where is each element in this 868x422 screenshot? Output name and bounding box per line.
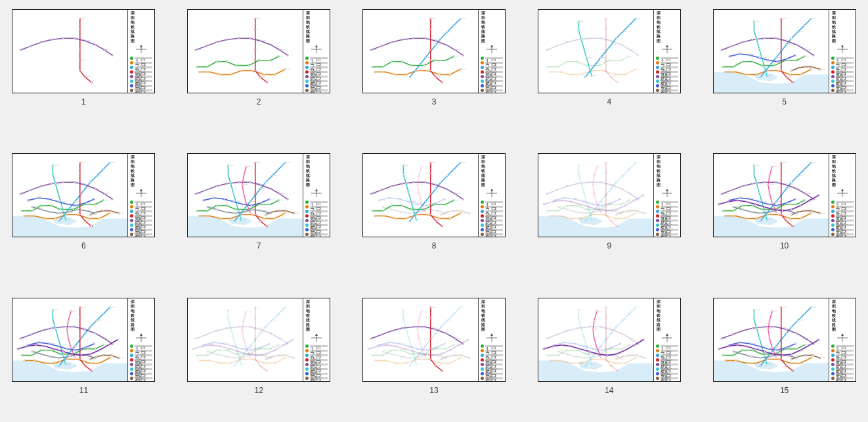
- station-label-stub: [257, 162, 261, 163]
- thumbnail[interactable]: 深 圳 地 铁 线 路 图1号线2号线3号线4号线5号线6号线7号线8号线9号线…: [362, 153, 506, 237]
- legend-item-label: 8号线: [836, 89, 854, 91]
- legend-item: 7号线: [831, 227, 854, 231]
- legend-swatch-icon: [831, 223, 835, 227]
- station-label-stub: [33, 350, 37, 351]
- legend-swatch-icon: [831, 70, 835, 74]
- thumbnail[interactable]: 深 圳 地 铁 线 路 图1号线2号线3号线4号线5号线6号线7号线8号线9号线…: [362, 298, 506, 382]
- legend-swatch-icon: [656, 205, 659, 208]
- legend-swatch-icon: [656, 367, 659, 371]
- station-marker-icon: [598, 64, 600, 66]
- station-label-stub: [227, 212, 231, 212]
- thumbnail[interactable]: 深 圳 地 铁 线 路 图1号线2号线3号线4号线5号线6号线7号线8号线9号线…: [187, 153, 330, 237]
- water-shape: [188, 216, 303, 237]
- station-label-stub: [218, 41, 222, 42]
- legend-item-label: 8号线: [836, 377, 854, 379]
- station-marker-icon: [453, 200, 455, 202]
- station-label-stub: [782, 183, 786, 184]
- station-marker-icon: [731, 334, 733, 336]
- legend-item: 2号线: [130, 204, 152, 208]
- station-marker-icon: [206, 334, 207, 336]
- thumbnail[interactable]: 深 圳 地 铁 线 路 图1号线2号线3号线4号线5号线6号线7号线8号线9号线…: [187, 298, 330, 382]
- station-label-stub: [432, 306, 436, 307]
- thumbnail[interactable]: 深 圳 地 铁 线 路 图1号线2号线3号线4号线5号线6号线7号线8号线9号线…: [362, 9, 506, 93]
- station-marker-icon: [216, 330, 218, 332]
- station-label-stub: [462, 18, 466, 19]
- station-marker-icon: [279, 193, 281, 195]
- station-label-stub: [432, 60, 436, 60]
- legend-swatch-icon: [656, 57, 659, 60]
- legend-swatch-icon: [481, 200, 484, 204]
- legend-item: 9号线: [130, 381, 152, 382]
- station-label-stub: [388, 344, 392, 345]
- metro-line: [80, 19, 92, 82]
- station-marker-icon: [240, 363, 242, 365]
- station-label-stub: [376, 216, 380, 216]
- station-marker-icon: [584, 76, 586, 78]
- thumbnail[interactable]: 深 圳 地 铁 线 路 图1号线2号线3号线4号线5号线6号线7号线8号线9号线…: [713, 298, 856, 382]
- thumbnail[interactable]: 深 圳 地 铁 线 路 图1号线2号线3号线4号线5号线6号线7号线8号线9号线…: [538, 9, 681, 93]
- station-label-stub: [393, 349, 397, 350]
- thumbnail[interactable]: 深 圳 地 铁 线 路 图1号线2号线3号线4号线5号线6号线7号线8号线9号线…: [713, 153, 856, 237]
- station-marker-icon: [791, 209, 792, 211]
- station-label-stub: [576, 199, 580, 199]
- station-marker-icon: [425, 57, 427, 59]
- station-marker-icon: [405, 362, 407, 364]
- station-marker-icon: [95, 348, 97, 350]
- thumbnail[interactable]: 深 圳 地 铁 线 路 图1号线2号线3号线4号线5号线6号线7号线8号线9号线…: [12, 298, 155, 382]
- station-label-stub: [201, 360, 205, 360]
- station-marker-icon: [382, 66, 384, 68]
- legend-item: 3号线: [130, 209, 152, 213]
- legend-item: 8号线: [305, 377, 328, 381]
- station-marker-icon: [792, 82, 794, 83]
- station-label-stub: [456, 49, 460, 50]
- thumbnail[interactable]: 深 圳 地 铁 线 路 图1号线2号线3号线4号线5号线6号线7号线8号线9号线…: [538, 298, 681, 382]
- station-marker-icon: [429, 317, 431, 319]
- legend-swatch-icon: [130, 349, 133, 352]
- legend-item-label: 7号线: [836, 373, 854, 375]
- thumbnail-cell: 深 圳 地 铁 线 路 图1号线2号线3号线4号线5号线6号线7号线8号线9号线…: [361, 153, 508, 271]
- station-label-stub: [226, 343, 230, 344]
- station-marker-icon: [435, 365, 437, 367]
- station-marker-icon: [230, 327, 232, 329]
- station-label-stub: [213, 344, 217, 345]
- station-label-stub: [231, 348, 235, 348]
- thumbnail[interactable]: 深 圳 地 铁 线 路 图1号线2号线3号线4号线5号线6号线7号线8号线9号线…: [12, 9, 155, 93]
- station-marker-icon: [41, 330, 43, 332]
- station-label-stub: [616, 74, 620, 74]
- thumbnail[interactable]: 深 圳 地 铁 线 路 图1号线2号线3号线4号线5号线6号线7号线8号线9号线…: [538, 153, 681, 237]
- station-label-stub: [237, 346, 241, 346]
- station-label-stub: [763, 57, 767, 58]
- station-marker-icon: [454, 337, 456, 339]
- station-marker-icon: [594, 356, 596, 358]
- thumbnail[interactable]: 深 圳 地 铁 线 路 图1号线2号线3号线4号线5号线6号线7号线8号线9号线…: [187, 9, 330, 93]
- station-marker-icon: [429, 18, 431, 20]
- station-marker-icon: [38, 341, 40, 343]
- metro-line: [546, 38, 638, 55]
- legend-item-label: 7号线: [661, 373, 678, 375]
- station-marker-icon: [785, 188, 787, 190]
- station-label-stub: [87, 185, 91, 185]
- station-marker-icon: [462, 199, 464, 200]
- legend-item-label: 8号线: [485, 89, 503, 91]
- station-marker-icon: [421, 202, 423, 204]
- thumbnail[interactable]: 深 圳 地 铁 线 路 图1号线2号线3号线4号线5号线6号线7号线8号线9号线…: [12, 153, 155, 237]
- station-label-stub: [471, 357, 475, 358]
- legend-item: 3号线: [831, 354, 854, 358]
- thumbnail[interactable]: 深 圳 地 铁 线 路 图1号线2号线3号线4号线5号线6号线7号线8号线9号线…: [713, 9, 856, 93]
- legend-item: 6号线: [130, 367, 152, 371]
- legend-swatch-icon: [481, 358, 484, 362]
- station-label-stub: [218, 349, 222, 350]
- station-marker-icon: [77, 209, 79, 211]
- station-marker-icon: [449, 362, 451, 364]
- thumbnail-cell: 深 圳 地 铁 线 路 图1号线2号线3号线4号线5号线6号线7号线8号线9号线…: [186, 298, 332, 415]
- legend-item-label: 2号线: [836, 206, 854, 208]
- station-marker-icon: [203, 200, 205, 202]
- station-label-stub: [637, 306, 641, 307]
- station-marker-icon: [274, 362, 276, 364]
- legend-item: 2号线: [481, 204, 503, 208]
- legend-item-label: 1号线: [661, 201, 678, 203]
- station-marker-icon: [796, 60, 798, 62]
- station-marker-icon: [79, 173, 81, 175]
- station-marker-icon: [637, 55, 639, 57]
- station-marker-icon: [90, 326, 92, 328]
